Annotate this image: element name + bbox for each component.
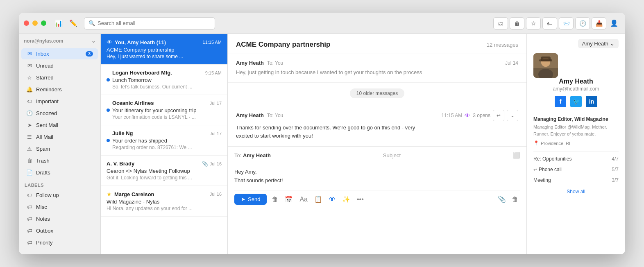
thread-count-3: 3/7 (612, 177, 619, 183)
older-messages-button[interactable]: 10 older messages (350, 88, 404, 98)
compose-body[interactable]: Hey Amy, That sounds perfect! (234, 165, 520, 190)
sidebar-item-sent[interactable]: ➤ Sent Mail (21, 120, 98, 131)
sidebar-label-all: All Mail (36, 134, 53, 140)
star-icon-6: ★ (107, 191, 112, 197)
msg-body-line1: Thanks for sending over the documents. W… (236, 124, 415, 131)
track-button[interactable]: 👁 (327, 194, 337, 205)
msg-time-1: Jul 14 (505, 60, 518, 66)
compose-icon[interactable]: ✏️ (68, 18, 79, 29)
email-item-2[interactable]: Logan Hoverboard Mfg. 9:15 AM Lunch Tomo… (101, 65, 227, 95)
msg-sender-1: Amy Heath (236, 60, 264, 66)
sidebar-item-unread[interactable]: ✉ Unread (21, 60, 98, 71)
delete-button[interactable]: 🗑 (510, 17, 524, 29)
compose-body-line1: Hey Amy, (234, 168, 520, 176)
minimize-button[interactable] (32, 20, 38, 26)
star-button[interactable]: ☆ (526, 17, 541, 29)
email-time-6: Jul 16 (210, 192, 222, 197)
tag-button[interactable]: 🏷 (542, 17, 557, 29)
location-icon: 📍 (533, 140, 539, 146)
message-header-1: Amy Heath To: You Jul 14 (236, 60, 518, 66)
spark-button[interactable]: ✨ (340, 194, 352, 205)
sidebar-item-trash[interactable]: 🗑 Trash (21, 155, 98, 166)
compose-to-info: To: Amy Heath (234, 152, 271, 158)
contact-thread-3[interactable]: Meeting 3/7 (527, 175, 625, 186)
email-item-6[interactable]: ★ Marge Carelson Jul 16 Wild Magazine - … (101, 186, 227, 217)
email-item-4[interactable]: Julie Ng Jul 17 Your order has shipped R… (101, 125, 227, 156)
sidebar-label-priority: Priority (36, 240, 52, 246)
show-all-button[interactable]: Show all (527, 186, 625, 198)
search-input[interactable] (98, 20, 211, 26)
schedule-button[interactable]: 📅 (283, 194, 295, 205)
email-time-4: Jul 17 (210, 131, 222, 136)
sidebar-item-outbox[interactable]: 🏷 Outbox (21, 225, 98, 236)
sidebar-item-misc[interactable]: 🏷 Misc (21, 201, 98, 213)
sidebar-item-starred[interactable]: ☆ Starred (21, 72, 98, 83)
maximize-button[interactable] (41, 20, 46, 26)
email-sender-1: You, Amy Heath (11) (115, 39, 166, 45)
thread-body: Amy Heath To: You Jul 14 Hey, just getti… (228, 54, 526, 254)
sidebar-item-reminders[interactable]: 🔔 Reminders (21, 84, 98, 95)
expand-compose-icon[interactable]: ⬜ (513, 152, 520, 158)
titlebar: 📊 ✏️ 🔍 🗂 🗑 ☆ 🏷 📨 🕐 📥 👤 (19, 13, 625, 34)
sidebar-item-notes[interactable]: 🏷 Notes (21, 213, 98, 224)
contact-thread-2[interactable]: ↩ Phone call 5/7 (527, 164, 625, 175)
send-label: Send (248, 196, 260, 202)
msg-to-1: To: You (267, 60, 283, 66)
sidebar-item-spam[interactable]: ⚠ Spam (21, 143, 98, 154)
send-later-button[interactable]: 📨 (559, 17, 574, 29)
compose-to-row: To: Amy Heath Subject ⬜ (234, 152, 520, 162)
email-item-5[interactable]: A. V. Brady 📎 Jul 16 Gearon <> Nylas Mee… (101, 156, 227, 186)
contact-bio: Managing Editor @WildMag. Mother. Runner… (527, 124, 625, 140)
contact-thread-1[interactable]: Re: Opportunities 4/7 (527, 154, 625, 164)
schedule-button[interactable]: 🕐 (575, 17, 590, 29)
unread-icon: ✉ (26, 63, 33, 69)
delete-compose-button[interactable]: 🗑 (510, 194, 520, 205)
reply-button[interactable]: ↩ (493, 110, 504, 121)
close-button[interactable] (24, 20, 29, 26)
archive-button[interactable]: 🗂 (493, 17, 508, 29)
contact-name-button[interactable]: Amy Heath ⌄ (578, 39, 619, 48)
attach-button[interactable]: 📎 (496, 194, 508, 205)
contact-name-btn-label: Amy Heath (582, 41, 608, 47)
compose-to-name: Amy Heath (243, 152, 271, 158)
contact-info: Amy Heath amy@heathmail.com f 🐦 in (527, 53, 625, 116)
collapse-icon[interactable]: ⌄ (91, 38, 95, 44)
email-sender-5: A. V. Brady (107, 161, 134, 167)
email-time-1: 11:15 AM (203, 40, 222, 45)
sidebar-item-followup[interactable]: 🏷 Follow up (21, 190, 98, 201)
email-item-1[interactable]: 👁 You, Amy Heath (11) 11:15 AM ACME Comp… (101, 34, 227, 65)
sidebar-item-snoozed[interactable]: 🕐 Snoozed (21, 108, 98, 119)
template-button[interactable]: 📋 (313, 194, 324, 205)
attachment-icon-5: 📎 (202, 161, 208, 167)
svg-point-2 (538, 69, 553, 78)
thread-label-3: Meeting (533, 177, 551, 183)
send-button[interactable]: ➤ Send (234, 194, 267, 205)
more-button[interactable]: ⌄ (507, 110, 518, 121)
contact-title: Managing Editor, Wild Magazine (527, 116, 625, 124)
more-options-button[interactable]: ••• (355, 194, 365, 205)
sidebar-item-priority[interactable]: 🏷 Priority (21, 237, 98, 248)
main-content: nora@nylas.com ⌄ ✉ Inbox 3 ✉ Unread ☆ St… (19, 34, 625, 254)
format-button[interactable]: Aa (298, 194, 309, 205)
discard-button[interactable]: 🗑 (270, 194, 280, 205)
sidebar-item-inbox[interactable]: ✉ Inbox 3 (21, 48, 98, 59)
search-bar[interactable]: 🔍 (84, 17, 215, 29)
facebook-icon[interactable]: f (555, 96, 566, 107)
email-preview-5: Got it. Looking forward to getting this … (107, 175, 222, 181)
move-button[interactable]: 📥 (592, 17, 606, 29)
profile-button[interactable]: 👤 (608, 17, 620, 29)
compose-area: To: Amy Heath Subject ⬜ Hey Amy, That so… (228, 147, 526, 210)
sidebar-label-outbox: Outbox (36, 228, 53, 234)
spam-icon: ⚠ (26, 146, 33, 152)
email-item-3[interactable]: Oceanic Airlines Jul 17 Your itinerary f… (101, 95, 227, 125)
sidebar-item-all[interactable]: ☰ All Mail (21, 131, 98, 143)
unread-dot-3 (107, 109, 110, 112)
sidebar-item-important[interactable]: 🏷 Important (21, 96, 98, 107)
activity-icon[interactable]: 📊 (53, 18, 64, 29)
sidebar-item-drafts[interactable]: 📄 Drafts (21, 167, 98, 178)
contact-divider (533, 152, 619, 152)
linkedin-icon[interactable]: in (586, 96, 597, 107)
email-sender-2: Logan Hoverboard Mfg. (112, 70, 172, 76)
thread-count-1: 4/7 (612, 156, 619, 162)
twitter-icon[interactable]: 🐦 (570, 96, 582, 107)
